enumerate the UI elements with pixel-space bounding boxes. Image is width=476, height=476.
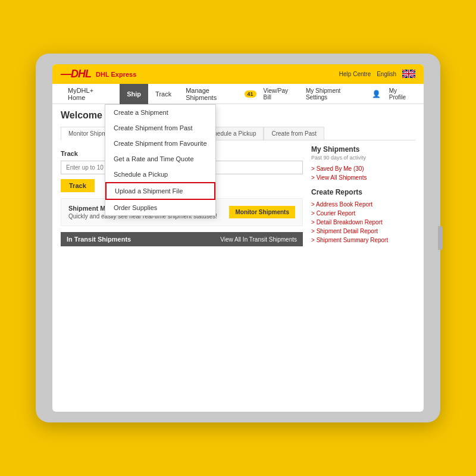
transit-title: In Transit Shipments bbox=[67, 236, 131, 243]
saved-by-me-link[interactable]: Saved By Me (30) bbox=[311, 165, 415, 172]
help-centre-link[interactable]: Help Centre bbox=[339, 71, 371, 77]
courier-report-link[interactable]: Courier Report bbox=[311, 210, 415, 217]
my-shipments-section: My Shipments Past 90 days of activity Sa… bbox=[311, 145, 415, 181]
view-pay-bill-link[interactable]: View/Pay Bill bbox=[264, 87, 298, 101]
my-shipments-subtitle: Past 90 days of activity bbox=[311, 155, 415, 161]
profile-icon: 👤 bbox=[372, 90, 381, 98]
svg-rect-8 bbox=[402, 73, 415, 74]
my-profile-link[interactable]: My Profile bbox=[389, 87, 415, 101]
tablet-screen: —DHL DHL Express Help Centre English bbox=[52, 64, 424, 412]
nav-right-actions: View/Pay Bill My Shipment Settings 👤 My … bbox=[264, 87, 415, 101]
nav-item-track[interactable]: Track bbox=[148, 84, 178, 104]
dhl-header: —DHL DHL Express Help Centre English bbox=[52, 64, 424, 84]
nav-item-home[interactable]: MyDHL+ Home bbox=[61, 84, 120, 104]
right-panel: My Shipments Past 90 days of activity Sa… bbox=[311, 140, 415, 251]
shipment-detail-report-link[interactable]: Shipment Detail Report bbox=[311, 228, 415, 234]
dhl-logo-area: —DHL DHL Express bbox=[61, 68, 136, 80]
monitor-shipments-button[interactable]: Monitor Shipments bbox=[229, 206, 295, 218]
dhl-logo: —DHL bbox=[61, 68, 91, 80]
my-shipments-title: My Shipments bbox=[311, 145, 415, 154]
tablet-frame: —DHL DHL Express Help Centre English bbox=[36, 54, 440, 422]
tab-create-from-past[interactable]: Create from Past bbox=[264, 127, 324, 140]
dropdown-schedule-pickup[interactable]: Schedule a Pickup bbox=[105, 167, 215, 182]
detail-breakdown-report-link[interactable]: Detail Breakdown Report bbox=[311, 219, 415, 226]
dropdown-upload-shipment-file[interactable]: Upload a Shipment File bbox=[105, 182, 215, 200]
uk-flag-icon bbox=[402, 70, 415, 79]
nav-bar: MyDHL+ Home Ship Track Manage Shipments … bbox=[52, 84, 424, 104]
address-book-report-link[interactable]: Address Book Report bbox=[311, 201, 415, 208]
create-reports-title: Create Reports bbox=[311, 188, 415, 196]
view-all-shipments-link[interactable]: View All Shipments bbox=[311, 174, 415, 181]
shipment-settings-link[interactable]: My Shipment Settings bbox=[306, 87, 364, 101]
create-reports-section: Create Reports Address Book Report Couri… bbox=[311, 188, 415, 243]
nav-item-manage-shipments[interactable]: Manage Shipments 41 bbox=[178, 84, 263, 104]
track-button[interactable]: Track bbox=[61, 179, 95, 192]
dropdown-create-shipment[interactable]: Create a Shipment bbox=[105, 105, 215, 120]
manage-shipments-badge: 41 bbox=[245, 90, 256, 98]
dropdown-order-supplies[interactable]: Order Supplies bbox=[105, 200, 215, 215]
dropdown-create-from-past[interactable]: Create Shipment from Past bbox=[105, 120, 215, 136]
header-right: Help Centre English bbox=[339, 70, 415, 79]
view-all-transit-link[interactable]: View All In Transit Shipments bbox=[220, 236, 297, 243]
shipment-summary-report-link[interactable]: Shipment Summary Report bbox=[311, 237, 415, 243]
dhl-logo-text: —DHL bbox=[61, 68, 91, 80]
nav-item-ship[interactable]: Ship bbox=[120, 84, 148, 104]
dhl-express-label: DHL Express bbox=[96, 71, 136, 78]
dropdown-create-from-favourite[interactable]: Create Shipment from Favourite bbox=[105, 136, 215, 151]
dropdown-rate-time-quote[interactable]: Get a Rate and Time Quote bbox=[105, 151, 215, 167]
ship-dropdown-menu: Create a Shipment Create Shipment from P… bbox=[105, 104, 216, 216]
language-selector[interactable]: English bbox=[377, 71, 396, 77]
transit-section: In Transit Shipments View All In Transit… bbox=[61, 232, 303, 246]
